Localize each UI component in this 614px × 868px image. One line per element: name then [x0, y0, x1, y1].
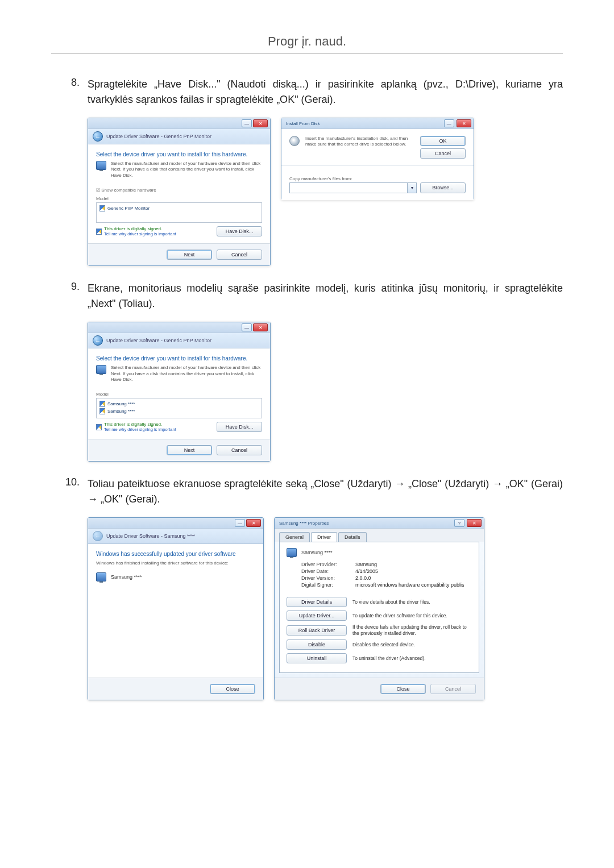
dialog-select-model: — ✕ ← Update Driver Software - Generic P…	[88, 322, 271, 462]
monitor-icon	[96, 365, 106, 374]
shield-icon	[99, 408, 105, 414]
minimize-button[interactable]: —	[235, 519, 245, 527]
close-button-footer[interactable]: Close	[380, 684, 426, 694]
step-text-10: Toliau pateiktuose ekranuose spragtelėki…	[88, 476, 563, 507]
signed-text: This driver is digitally signed.	[104, 226, 176, 231]
list-item-label: Samsung ****	[107, 409, 135, 414]
model-listbox[interactable]: Generic PnP Monitor	[96, 202, 262, 223]
shield-icon	[99, 205, 105, 211]
minimize-button[interactable]: —	[444, 119, 454, 127]
copy-from-label: Copy manufacturer's files from:	[289, 176, 466, 181]
success-desc: Windows has finished installing the driv…	[96, 560, 255, 566]
signed-text: This driver is digitally signed.	[104, 422, 176, 427]
cancel-button[interactable]: Cancel	[420, 148, 466, 159]
tab-driver[interactable]: Driver	[311, 532, 337, 542]
step-text-8: Spragtelėkite „Have Disk..." (Naudoti di…	[88, 77, 563, 107]
action-desc: To update the driver software for this d…	[352, 613, 472, 618]
back-icon[interactable]: ←	[93, 335, 103, 346]
have-disk-button[interactable]: Have Disk...	[217, 226, 262, 236]
step-number-9: 9.	[51, 281, 88, 312]
driver-details-button[interactable]: Driver Details	[287, 597, 347, 607]
list-item[interactable]: Samsung ****	[99, 408, 259, 415]
list-header: Model	[96, 196, 262, 201]
chevron-down-icon[interactable]: ▾	[407, 183, 416, 193]
prop-value: Samsung	[355, 562, 377, 567]
dialog-heading: Select the device driver you want to ins…	[96, 151, 262, 157]
dialog-desc: Select the manufacturer and model of you…	[111, 365, 262, 383]
close-button[interactable]: ✕	[457, 119, 471, 127]
back-icon[interactable]: ←	[93, 131, 103, 142]
prop-label: Driver Version:	[301, 575, 355, 581]
device-name: Samsung ****	[111, 574, 142, 580]
dialog-properties: Samsung **** Properties ? ✕ General Driv…	[274, 517, 484, 700]
close-button-footer[interactable]: Close	[210, 684, 255, 694]
prop-value: 2.0.0.0	[355, 575, 371, 581]
compat-check-text: Show compatible hardware	[101, 188, 156, 193]
ok-button[interactable]: OK	[420, 136, 466, 146]
have-disk-button[interactable]: Have Disk...	[217, 422, 262, 432]
update-driver-button[interactable]: Update Driver...	[287, 610, 347, 621]
page-title: Progr įr. naud.	[51, 34, 563, 49]
close-button[interactable]: ✕	[253, 119, 268, 127]
minimize-button[interactable]: —	[242, 323, 252, 331]
cancel-button: Cancel	[430, 684, 476, 694]
tab-general[interactable]: General	[279, 532, 310, 542]
step-number-8: 8.	[51, 77, 88, 107]
monitor-icon	[287, 548, 297, 557]
prop-label: Driver Provider:	[301, 562, 355, 567]
back-icon: ←	[93, 531, 103, 541]
browse-button[interactable]: Browse...	[420, 182, 466, 193]
signed-link[interactable]: Tell me why driver signing is important	[104, 427, 176, 432]
device-name: Samsung ****	[301, 550, 333, 555]
dialog-title: Samsung **** Properties	[277, 521, 329, 526]
tab-bar: General Driver Details	[275, 529, 484, 542]
model-listbox[interactable]: Samsung **** Samsung ****	[96, 398, 262, 418]
action-desc: To uninstall the driver (Advanced).	[352, 655, 472, 661]
monitor-icon	[96, 572, 106, 582]
prop-value: 4/14/2005	[355, 568, 378, 574]
success-heading: Windows has successfully updated your dr…	[96, 551, 255, 557]
divider	[51, 53, 563, 54]
action-desc: If the device fails after updating the d…	[352, 624, 472, 636]
dialog-title: Install From Disk	[284, 121, 320, 126]
tab-details[interactable]: Details	[338, 532, 367, 542]
minimize-button[interactable]: —	[242, 119, 252, 127]
help-button[interactable]: ?	[454, 519, 464, 527]
list-item-label: Samsung ****	[107, 401, 135, 406]
path-combobox[interactable]: ▾	[289, 182, 417, 193]
install-disk-msg: Insert the manufacturer's installation d…	[305, 136, 414, 148]
prop-label: Digital Signer:	[301, 582, 355, 588]
action-desc: To view details about the driver files.	[352, 599, 472, 605]
step-text-9: Ekrane, monitoriaus modelių sąraše pasir…	[88, 281, 563, 312]
breadcrumb: Update Driver Software - Samsung ****	[106, 533, 195, 539]
rollback-driver-button[interactable]: Roll Back Driver	[287, 625, 347, 636]
disk-icon	[289, 136, 300, 146]
signed-link[interactable]: Tell me why driver signing is important	[104, 231, 176, 236]
action-desc: Disables the selected device.	[352, 642, 472, 647]
shield-icon	[96, 424, 102, 430]
close-button[interactable]: ✕	[467, 519, 482, 527]
close-button[interactable]: ✕	[253, 323, 268, 331]
dialog-heading: Select the device driver you want to ins…	[96, 355, 262, 362]
next-button[interactable]: Next	[167, 445, 212, 455]
prop-value: microsoft windows hardware compatibility…	[355, 582, 464, 588]
close-button[interactable]: ✕	[246, 519, 261, 527]
breadcrumb: Update Driver Software - Generic PnP Mon…	[106, 134, 211, 139]
compat-checkbox-label[interactable]: ☑ Show compatible hardware	[96, 188, 262, 193]
path-value	[290, 183, 407, 193]
list-item[interactable]: Generic PnP Monitor	[99, 205, 259, 212]
dialog-desc: Select the manufacturer and model of you…	[111, 161, 262, 178]
list-item-label: Generic PnP Monitor	[107, 206, 150, 211]
disable-button[interactable]: Disable	[287, 639, 347, 650]
shield-icon	[96, 229, 102, 235]
shield-icon	[99, 401, 105, 407]
dialog-select-driver: — ✕ ← Update Driver Software - Generic P…	[88, 118, 271, 266]
cancel-button[interactable]: Cancel	[217, 250, 262, 260]
cancel-button[interactable]: Cancel	[217, 445, 262, 455]
breadcrumb: Update Driver Software - Generic PnP Mon…	[106, 338, 211, 343]
monitor-icon	[96, 161, 106, 170]
uninstall-button[interactable]: Uninstall	[287, 653, 347, 663]
next-button[interactable]: Next	[167, 250, 212, 260]
list-item[interactable]: Samsung ****	[99, 400, 259, 408]
dialog-success: — ✕ ← Update Driver Software - Samsung *…	[88, 517, 264, 700]
